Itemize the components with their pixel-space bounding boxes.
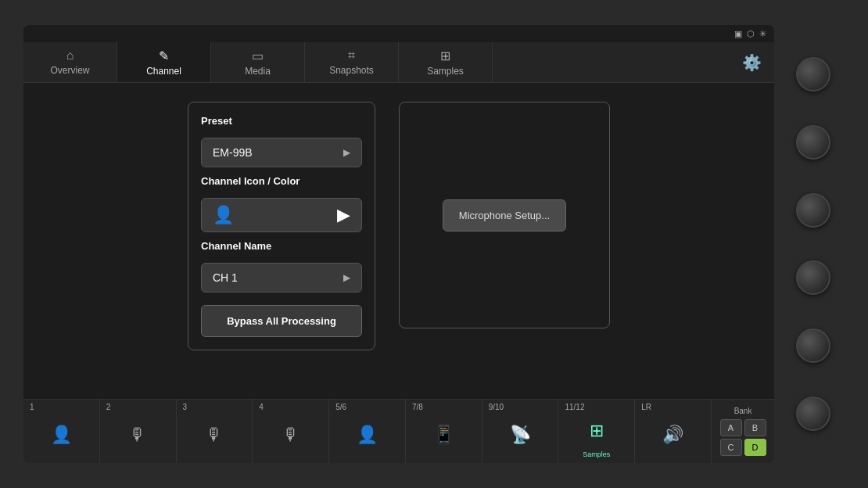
screen: ▣ ⬡ ✳ ⌂ Overview ✎ Channel ▭ Media ⌗ Sna… xyxy=(23,25,774,463)
bypass-label: Bypass All Processing xyxy=(227,315,336,327)
samples-icon: ⊞ xyxy=(440,48,450,63)
main-content: Preset EM-99B ▶ Channel Icon / Color 👤 ▶… xyxy=(23,83,774,399)
bank-grid: A B C D xyxy=(720,419,766,456)
ch1112-icon: ⊞ xyxy=(590,421,604,441)
snapshots-tab-label: Snapshots xyxy=(329,65,374,76)
samples-tab-label: Samples xyxy=(427,66,464,77)
bank-b-button[interactable]: B xyxy=(744,419,766,436)
channel-icon-label: Channel Icon / Color xyxy=(201,175,362,187)
knob-5[interactable] xyxy=(796,328,830,363)
knob-4[interactable] xyxy=(796,260,830,295)
channel-slot-1[interactable]: 1 👤 xyxy=(23,400,100,463)
edit-icon: ✎ xyxy=(159,48,169,63)
channel-slot-910[interactable]: 9/10 📡 xyxy=(482,400,559,463)
ch3-icon: 🎙 xyxy=(206,425,223,445)
knob-3[interactable] xyxy=(796,193,830,228)
bank-d-label: D xyxy=(752,443,759,452)
status-bar: ▣ ⬡ ✳ xyxy=(23,25,774,42)
channel-slot-2[interactable]: 2 🎙 xyxy=(100,400,177,463)
microphone-setup-label: Microphone Setup... xyxy=(459,210,550,221)
ch910-number: 9/10 xyxy=(486,403,504,411)
bank-b-label: B xyxy=(752,423,758,432)
channel-icon-arrow: ▶ xyxy=(337,205,350,225)
preset-value: EM-99B xyxy=(213,146,253,159)
tab-channel[interactable]: ✎ Channel xyxy=(117,42,211,82)
ch2-icon: 🎙 xyxy=(129,425,146,445)
overview-tab-label: Overview xyxy=(50,65,89,76)
knob-2[interactable] xyxy=(796,125,830,160)
nav-bar: ⌂ Overview ✎ Channel ▭ Media ⌗ Snapshots… xyxy=(23,42,774,83)
ch78-number: 7/8 xyxy=(409,403,423,411)
bluetooth-icon: ✳ xyxy=(759,29,766,39)
bank-label: Bank xyxy=(734,407,752,415)
bank-d-button[interactable]: D xyxy=(744,439,766,456)
preset-dropdown[interactable]: EM-99B ▶ xyxy=(201,138,362,167)
tab-snapshots[interactable]: ⌗ Snapshots xyxy=(305,42,399,82)
ch4-number: 4 xyxy=(256,403,264,411)
preset-arrow-icon: ▶ xyxy=(343,147,350,158)
channel-icon: 👤 xyxy=(213,205,234,225)
channel-slot-3[interactable]: 3 🎙 xyxy=(177,400,253,463)
knobs-panel xyxy=(774,25,852,463)
home-icon: ⌂ xyxy=(66,48,74,63)
sd-card-icon: ▣ xyxy=(734,29,742,39)
ch910-icon: 📡 xyxy=(510,425,531,445)
left-panel: Preset EM-99B ▶ Channel Icon / Color 👤 ▶… xyxy=(188,102,375,350)
tab-overview[interactable]: ⌂ Overview xyxy=(23,42,117,82)
media-icon: ▭ xyxy=(252,48,264,63)
channel-name-value: CH 1 xyxy=(213,271,238,284)
bank-c-label: C xyxy=(728,443,734,452)
ch56-icon: 👤 xyxy=(357,425,378,445)
tab-samples[interactable]: ⊞ Samples xyxy=(399,42,493,82)
bank-a-button[interactable]: A xyxy=(720,419,742,436)
ch1112-label: Samples xyxy=(583,450,610,458)
bypass-all-processing-button[interactable]: Bypass All Processing xyxy=(201,305,362,337)
bank-c-button[interactable]: C xyxy=(720,439,742,456)
usb-icon: ⬡ xyxy=(747,29,755,39)
chlr-icon: 🔊 xyxy=(662,425,683,445)
channel-slot-1112[interactable]: 11/12 ⊞ Samples xyxy=(558,400,635,463)
channel-slot-lr[interactable]: LR 🔊 xyxy=(635,400,712,463)
channel-icon-dropdown[interactable]: 👤 ▶ xyxy=(201,198,362,232)
ch1-icon: 👤 xyxy=(51,425,72,445)
channel-slot-4[interactable]: 4 🎙 xyxy=(253,400,329,463)
preset-label: Preset xyxy=(201,115,362,127)
right-panel: Microphone Setup... xyxy=(399,102,610,328)
channel-slot-56[interactable]: 5/6 👤 xyxy=(329,400,406,463)
channel-bar: 1 👤 2 🎙 3 🎙 4 🎙 5/6 👤 xyxy=(23,399,774,463)
device-frame: ▣ ⬡ ✳ ⌂ Overview ✎ Channel ▭ Media ⌗ Sna… xyxy=(0,0,868,488)
ch78-icon: 📱 xyxy=(433,425,454,445)
channel-name-dropdown[interactable]: CH 1 ▶ xyxy=(201,263,362,292)
channel-name-arrow: ▶ xyxy=(343,272,350,283)
knob-6[interactable] xyxy=(796,396,830,431)
microphone-setup-button[interactable]: Microphone Setup... xyxy=(443,199,566,231)
channel-slot-78[interactable]: 7/8 📱 xyxy=(406,400,482,463)
bank-a-label: A xyxy=(728,423,733,432)
ch3-number: 3 xyxy=(180,403,188,411)
media-tab-label: Media xyxy=(245,66,271,77)
ch2-number: 2 xyxy=(103,403,111,411)
chlr-number: LR xyxy=(638,403,651,411)
settings-button[interactable]: ⚙️ xyxy=(730,42,774,82)
channel-name-label: Channel Name xyxy=(201,240,362,252)
bank-section: Bank A B C D xyxy=(712,400,774,463)
knob-1[interactable] xyxy=(796,57,830,92)
gear-icon: ⚙️ xyxy=(742,53,762,72)
tab-media[interactable]: ▭ Media xyxy=(211,42,305,82)
bookmark-icon: ⌗ xyxy=(348,48,355,63)
ch56-number: 5/6 xyxy=(332,403,346,411)
channel-tab-label: Channel xyxy=(146,66,181,77)
ch1112-number: 11/12 xyxy=(561,403,584,411)
ch4-icon: 🎙 xyxy=(282,425,299,445)
ch1-number: 1 xyxy=(27,403,34,411)
